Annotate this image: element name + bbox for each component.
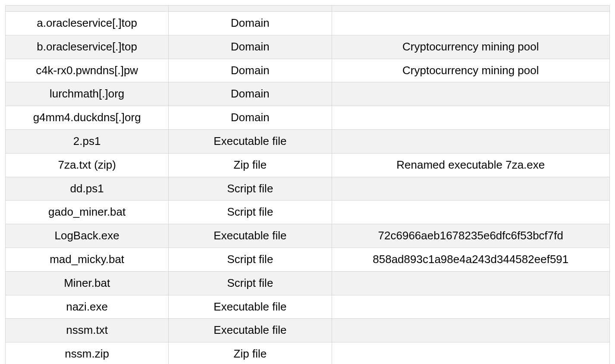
type-cell: Script file [169, 248, 332, 271]
type-cell: Executable file [169, 319, 332, 342]
indicator-cell: b.oracleservice[.]top [6, 35, 169, 59]
note-cell [332, 129, 609, 153]
note-cell [332, 82, 609, 106]
indicator-cell: Miner.bat [6, 271, 169, 295]
table-row: 7za.txt (zip)Zip fileRenamed executable … [6, 153, 610, 177]
note-cell [332, 342, 609, 364]
ioc-table: a.oracleservice[.]topDomainb.oracleservi… [5, 5, 610, 364]
type-cell: Executable file [169, 295, 332, 319]
type-cell: Domain [169, 106, 332, 130]
ioc-table-body: a.oracleservice[.]topDomainb.oracleservi… [6, 12, 610, 364]
note-cell [332, 295, 609, 319]
indicator-cell: nssm.txt [6, 319, 169, 342]
indicator-cell: a.oracleservice[.]top [6, 12, 169, 35]
indicator-cell: nazi.exe [6, 295, 169, 319]
note-cell [332, 201, 609, 224]
type-cell: Script file [169, 271, 332, 295]
note-cell [332, 177, 609, 201]
type-cell: Domain [169, 59, 332, 82]
type-cell: Script file [169, 201, 332, 224]
type-cell: Domain [169, 82, 332, 106]
note-cell [332, 319, 609, 342]
table-row: dd.ps1Script file [6, 177, 610, 201]
note-cell: Renamed executable 7za.exe [332, 153, 609, 177]
type-cell: Script file [169, 177, 332, 201]
note-cell: 858ad893c1a98e4a243d344582eef591 [332, 248, 609, 271]
indicator-cell: c4k-rx0.pwndns[.]pw [6, 59, 169, 82]
table-row: LogBack.exeExecutable file72c6966aeb1678… [6, 224, 610, 248]
table-row: a.oracleservice[.]topDomain [6, 12, 610, 35]
type-cell: Zip file [169, 342, 332, 364]
indicator-cell: dd.ps1 [6, 177, 169, 201]
header-stub-cell [169, 6, 332, 12]
type-cell: Domain [169, 35, 332, 59]
table-row: lurchmath[.]orgDomain [6, 82, 610, 106]
indicator-cell: nssm.zip [6, 342, 169, 364]
indicator-cell: 7za.txt (zip) [6, 153, 169, 177]
note-cell [332, 106, 609, 130]
indicator-cell: g4mm4.duckdns[.]org [6, 106, 169, 130]
table-row: gado_miner.batScript file [6, 201, 610, 224]
note-cell: Cryptocurrency mining pool [332, 59, 609, 82]
type-cell: Executable file [169, 224, 332, 248]
table-row: g4mm4.duckdns[.]orgDomain [6, 106, 610, 130]
indicator-cell: gado_miner.bat [6, 201, 169, 224]
type-cell: Zip file [169, 153, 332, 177]
note-cell [332, 12, 609, 35]
type-cell: Domain [169, 12, 332, 35]
header-stub-row [6, 6, 610, 12]
table-row: c4k-rx0.pwndns[.]pwDomainCryptocurrency … [6, 59, 610, 82]
table-row: nazi.exeExecutable file [6, 295, 610, 319]
table-row: nssm.txtExecutable file [6, 319, 610, 342]
indicator-cell: mad_micky.bat [6, 248, 169, 271]
table-row: nssm.zipZip file [6, 342, 610, 364]
note-cell: Cryptocurrency mining pool [332, 35, 609, 59]
header-stub-cell [332, 6, 609, 12]
note-cell: 72c6966aeb1678235e6dfc6f53bcf7fd [332, 224, 609, 248]
note-cell [332, 271, 609, 295]
indicator-cell: 2.ps1 [6, 129, 169, 153]
table-row: 2.ps1Executable file [6, 129, 610, 153]
table-row: Miner.batScript file [6, 271, 610, 295]
indicator-cell: lurchmath[.]org [6, 82, 169, 106]
type-cell: Executable file [169, 129, 332, 153]
header-stub-cell [6, 6, 169, 12]
table-row: b.oracleservice[.]topDomainCryptocurrenc… [6, 35, 610, 59]
indicator-cell: LogBack.exe [6, 224, 169, 248]
table-row: mad_micky.batScript file858ad893c1a98e4a… [6, 248, 610, 271]
